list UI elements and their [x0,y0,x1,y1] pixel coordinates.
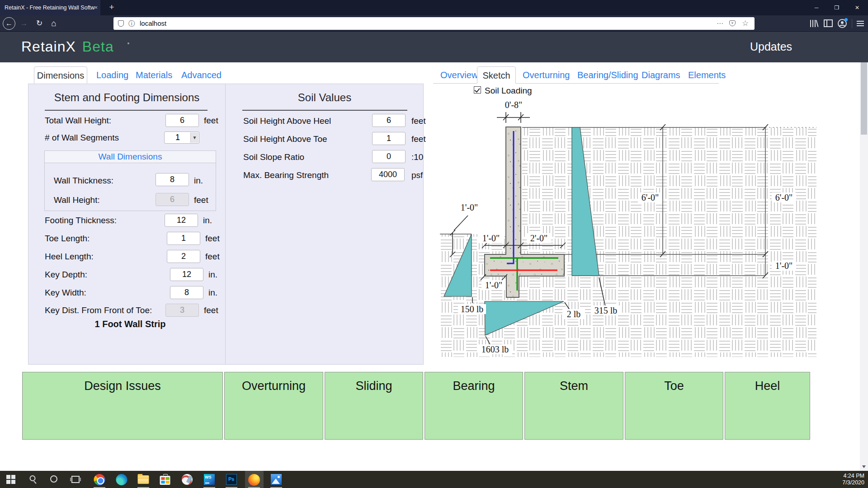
wall-dimensions-link[interactable]: Wall Dimensions [45,151,216,163]
tab-overturning[interactable]: Overturning [523,66,570,84]
beta-dot [127,42,129,44]
input-panels: Stem and Footing Dimensions Total Wall H… [28,84,424,365]
tracking-shield-icon[interactable] [118,20,124,27]
menu-hamburger-icon[interactable] [857,21,864,22]
footing-thickness-unit: in. [203,216,212,225]
load-base: 1603 lb [481,344,509,354]
bearing-strength-label: Max. Bearing Strength [243,170,329,180]
result-stem[interactable]: Stem [524,372,623,440]
tab-loading[interactable]: Loading [96,66,128,84]
beta-badge: Beta [82,38,114,55]
back-button[interactable]: ← [3,17,15,30]
new-tab-button[interactable]: + [105,0,118,15]
soil-slope-input[interactable] [372,150,406,163]
cortana-icon[interactable] [50,474,57,483]
account-notification-dot [844,18,848,21]
brand-name: RetainX [21,38,76,55]
edge-icon[interactable] [116,474,127,485]
soil-height-toe-input[interactable] [372,132,406,145]
bookmark-star-icon[interactable]: ☆ [742,17,749,30]
scroll-down-icon[interactable] [862,465,866,468]
start-button-icon[interactable] [6,474,15,484]
site-info-icon[interactable]: ⓘ [128,17,135,30]
wall-sketch-svg: 0'-8" 1'-0" 1'-0" 2'-0" 1'-0" 6'-0" 6'-0… [440,86,816,360]
total-wall-height-input[interactable] [165,114,199,127]
soil-loading-label: Soil Loading [485,86,532,96]
url-text[interactable]: localhost [140,17,166,30]
dim-toe-soil: 1'-0" [461,202,478,212]
firefox-icon[interactable] [248,474,260,486]
footing-thickness-input[interactable] [165,214,198,227]
soil-height-heel-unit: feet [411,116,426,126]
chevron-down-icon: ▼ [190,132,198,143]
ms-store-icon[interactable] [160,474,170,485]
stem-panel-title: Stem and Footing Dimensions [28,91,225,104]
result-toe[interactable]: Toe [625,372,723,440]
heel-length-input[interactable] [167,250,200,263]
dim-stem-width: 0'-8" [505,100,522,110]
bearing-strength-input[interactable] [371,168,405,181]
tab-diagrams[interactable]: Diagrams [642,66,680,84]
tab-elements[interactable]: Elements [688,66,726,84]
wall-height-unit: feet [194,195,208,205]
tab-dimensions[interactable]: Dimensions [34,66,87,84]
browser-tab[interactable]: RetainX - Free Retaining Wall Softw × [0,0,100,15]
result-heel[interactable]: Heel [725,372,810,440]
tab-bearing-sliding[interactable]: Bearing/Sliding [577,66,638,84]
key-width-input[interactable] [170,286,203,299]
forward-button[interactable]: → [17,15,31,32]
file-explorer-icon[interactable] [138,474,149,484]
soil-loading-checkbox[interactable] [474,86,481,94]
tab-overview[interactable]: Overview [440,66,478,84]
task-view-icon[interactable] [71,474,80,483]
window-close-button[interactable]: ✕ [847,0,867,15]
dim-height-left: 6'-0" [642,192,659,202]
chrome-icon[interactable] [94,474,105,485]
reload-button[interactable]: ↻ [33,15,46,32]
tab-close-icon[interactable]: × [94,0,98,15]
total-wall-height-label: Total Wall Height: [45,116,111,126]
app-header: RetainXBeta Updates [0,32,868,62]
soil-panel-title: Soil Values [225,91,424,104]
snip-tool-icon[interactable] [182,474,193,485]
result-bearing[interactable]: Bearing [425,372,523,440]
tab-advanced[interactable]: Advanced [181,66,222,84]
dim-height-right: 6'-0" [775,192,793,202]
result-overturning[interactable]: Overturning [224,372,323,440]
photoshop-icon[interactable]: Ps [226,474,237,485]
result-sliding[interactable]: Sliding [325,372,423,440]
home-button[interactable]: ⌂ [47,15,61,32]
dim-key-offset: 1'-0" [485,280,502,290]
windows-taskbar: WS Ps 4:24 PM 7/3/2020 [0,471,868,488]
page-scrollbar[interactable] [860,32,868,471]
soil-slope-unit: :10 [411,152,423,162]
page-actions-icon[interactable]: ⋯ [717,17,723,30]
webstorm-icon[interactable]: WS [204,474,215,485]
library-icon[interactable] [809,18,819,29]
toe-length-input[interactable] [167,232,200,245]
heel-length-unit: feet [205,252,220,262]
heel-length-label: Heel Length: [45,252,94,262]
wall-strip-note: 1 Foot Wall Strip [44,319,216,329]
url-bar[interactable]: ⓘ localhost ⋯ ∨ ☆ [113,17,755,30]
search-icon[interactable] [30,474,36,481]
bearing-strength-unit: psf [411,170,423,180]
soil-height-heel-input[interactable] [372,114,406,127]
window-restore-button[interactable]: ❒ [827,0,847,15]
screen: RetainX - Free Retaining Wall Softw × + … [0,0,868,488]
key-depth-label: Key Depth: [45,270,87,280]
key-depth-unit: in. [208,270,217,280]
window-minimize-button[interactable]: ─ [807,0,826,15]
key-dist-label: Key Dist. From Front of Toe: [45,305,152,315]
tab-materials[interactable]: Materials [136,66,172,84]
key-depth-input[interactable] [170,268,203,281]
result-design-issues[interactable]: Design Issues [22,372,223,440]
sidebar-icon[interactable] [823,18,834,29]
taskbar-clock[interactable]: 4:24 PM 7/3/2020 [842,473,864,486]
photos-icon[interactable] [271,474,282,485]
wall-thickness-input[interactable] [156,173,189,186]
pocket-icon[interactable]: ∨ [729,20,736,26]
tab-sketch[interactable]: Sketch [477,66,516,84]
wall-segments-select[interactable]: 1 ▼ [164,131,199,144]
updates-link[interactable]: Updates [750,40,792,53]
